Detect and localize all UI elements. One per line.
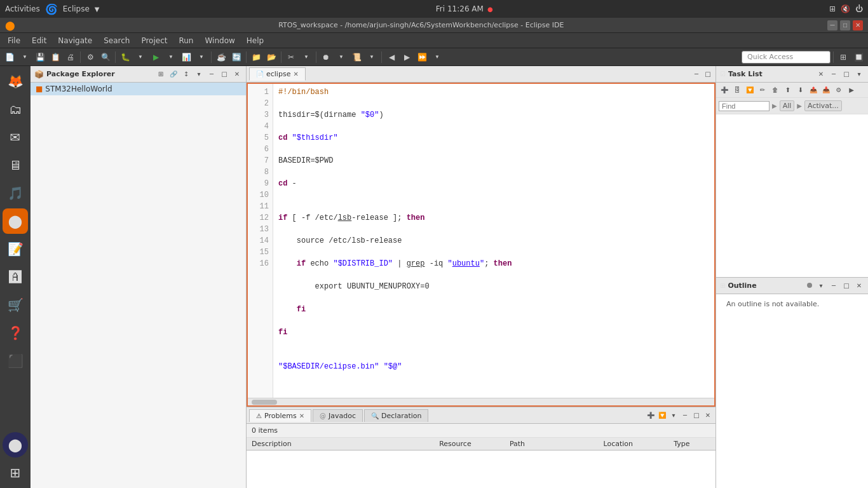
problems-close-icon[interactable]: ✕	[299, 412, 304, 419]
col-path[interactable]: Path	[505, 438, 599, 451]
debug-dropdown[interactable]: ▼	[133, 50, 147, 64]
icon-button[interactable]: 🔲	[851, 50, 865, 64]
pe-close-btn[interactable]: ✕	[232, 69, 242, 79]
tl-repo-btn[interactable]: 🗄	[731, 85, 743, 96]
taskbar-files[interactable]: 🗂	[3, 97, 28, 122]
taskbar-mail[interactable]: ✉	[3, 125, 28, 150]
search-button[interactable]: 🔍	[98, 50, 112, 64]
tab-max-btn[interactable]: □	[703, 69, 713, 79]
tl-settings-btn[interactable]: ⚙	[833, 85, 844, 96]
quick-access-box[interactable]: Quick Access	[742, 51, 831, 64]
task-list-min[interactable]: ─	[829, 69, 839, 79]
clean-button[interactable]: ✂	[284, 50, 298, 64]
outline-menu-btn[interactable]: ▾	[816, 280, 826, 290]
col-resource[interactable]: Resource	[434, 438, 505, 451]
new-java-button[interactable]: ☕	[214, 50, 228, 64]
outline-min-btn[interactable]: ─	[829, 280, 839, 290]
taskbar-music[interactable]: 🎵	[3, 180, 28, 206]
tl-del-btn[interactable]: 🗑	[770, 85, 781, 96]
print-button[interactable]: 🖨	[64, 50, 78, 64]
pe-sync-btn[interactable]: ↕	[181, 69, 191, 79]
filter-activate-btn[interactable]: Activat...	[804, 100, 842, 111]
taskbar-terminal[interactable]: ⬛	[3, 348, 28, 374]
tl-filter-btn[interactable]: 🔽	[744, 85, 756, 96]
taskbar-store[interactable]: 🅰	[3, 264, 28, 290]
new-button[interactable]: 📄	[3, 50, 17, 64]
menu-navigate[interactable]: Navigate	[53, 35, 97, 46]
tl-add-btn[interactable]: ➕	[719, 85, 730, 96]
open2-button[interactable]: 📂	[264, 50, 278, 64]
taskbar-amazon[interactable]: 🛒	[3, 292, 28, 318]
filter-all-btn[interactable]: All	[780, 100, 795, 111]
pe-link-btn[interactable]: 🔗	[168, 69, 179, 79]
record-dropdown[interactable]: ▼	[334, 50, 348, 64]
declaration-tab[interactable]: 🔍 Declaration	[364, 409, 428, 422]
task-list-close[interactable]: ✕	[816, 69, 826, 79]
debug-button[interactable]: 🐛	[118, 50, 132, 64]
task-list-menu[interactable]: ▾	[854, 69, 864, 79]
coverage-dropdown[interactable]: ▼	[194, 50, 208, 64]
col-description[interactable]: Description	[247, 438, 434, 451]
tab-close-btn[interactable]: ✕	[293, 71, 298, 78]
tl-up-btn[interactable]: ⬆	[782, 85, 794, 96]
menu-project[interactable]: Project	[136, 35, 172, 46]
bottom-min-btn[interactable]: ─	[680, 410, 690, 421]
bottom-menu-btn[interactable]: ▾	[668, 410, 679, 421]
editor-content[interactable]: 12345 678910 1112131415 16 #!/bin/bash t…	[248, 84, 714, 398]
run-button[interactable]: ▶	[149, 50, 163, 64]
run-dropdown[interactable]: ▼	[164, 50, 178, 64]
activities-label[interactable]: Activities	[5, 4, 40, 13]
volume-icon[interactable]: 🔇	[841, 4, 850, 13]
menu-help[interactable]: Help	[241, 35, 269, 46]
eclipse-label[interactable]: Eclipse	[63, 4, 90, 13]
dropdown-icon[interactable]: ▼	[95, 6, 100, 13]
tab-min-btn[interactable]: ─	[691, 69, 702, 79]
network-icon[interactable]: ⊞	[829, 4, 836, 13]
nav-dropdown[interactable]: ▼	[430, 50, 444, 64]
menu-run[interactable]: Run	[173, 35, 198, 46]
perspective-button[interactable]: ⊞	[836, 50, 850, 64]
minimize-button[interactable]: ─	[827, 20, 837, 30]
clean-dropdown[interactable]: ▼	[299, 50, 313, 64]
outline-max-btn[interactable]: □	[841, 280, 851, 290]
task-find-input[interactable]	[719, 101, 770, 111]
properties-button[interactable]: ⚙	[83, 50, 97, 64]
bottom-close-btn[interactable]: ✕	[703, 410, 713, 421]
close-button[interactable]: ✕	[853, 20, 863, 30]
tl-down-btn[interactable]: ⬇	[795, 85, 806, 96]
refresh-button[interactable]: 🔄	[229, 50, 243, 64]
col-location[interactable]: Location	[598, 438, 668, 451]
record-button[interactable]: ⏺	[319, 50, 333, 64]
script-button[interactable]: 📜	[349, 50, 363, 64]
problems-add-btn[interactable]: ➕	[646, 410, 656, 421]
taskbar-eclipse-bottom[interactable]: ⬤	[3, 432, 28, 458]
pe-min-btn[interactable]: ─	[207, 69, 217, 79]
open-button[interactable]: 📁	[249, 50, 263, 64]
menu-search[interactable]: Search	[98, 35, 135, 46]
taskbar-office[interactable]: 📝	[3, 236, 28, 262]
bottom-max-btn[interactable]: □	[691, 410, 702, 421]
tl-import-btn[interactable]: 📥	[820, 85, 832, 96]
taskbar-apps[interactable]: ⊞	[3, 460, 28, 485]
taskbar-display[interactable]: 🖥	[3, 152, 28, 178]
task-list-max[interactable]: □	[841, 69, 851, 79]
pe-menu-btn[interactable]: ▾	[194, 69, 204, 79]
menu-window[interactable]: Window	[200, 35, 240, 46]
code-editor[interactable]: #!/bin/bash thisdir=$(dirname "$0") cd "…	[273, 84, 714, 398]
tl-export-btn[interactable]: 📤	[808, 85, 819, 96]
pe-max-btn[interactable]: □	[219, 69, 229, 79]
next-button[interactable]: ▶	[400, 50, 414, 64]
new-dropdown[interactable]: ▼	[18, 50, 32, 64]
problems-tab[interactable]: ⚠ Problems ✕	[249, 409, 311, 422]
menu-file[interactable]: File	[3, 35, 25, 46]
taskbar-help[interactable]: ❓	[3, 320, 28, 346]
editor-scrollbar-h[interactable]	[248, 398, 714, 405]
problems-filter-btn[interactable]: 🔽	[657, 410, 667, 421]
project-item[interactable]: ■ STM32HelloWorld	[31, 83, 246, 95]
save-button[interactable]: 💾	[33, 50, 47, 64]
power-icon[interactable]: ⏻	[855, 4, 863, 13]
forward-button[interactable]: ⏩	[415, 50, 429, 64]
taskbar-firefox[interactable]: 🦊	[3, 69, 28, 94]
outline-close-btn[interactable]: ✕	[854, 280, 864, 290]
menu-edit[interactable]: Edit	[27, 35, 51, 46]
